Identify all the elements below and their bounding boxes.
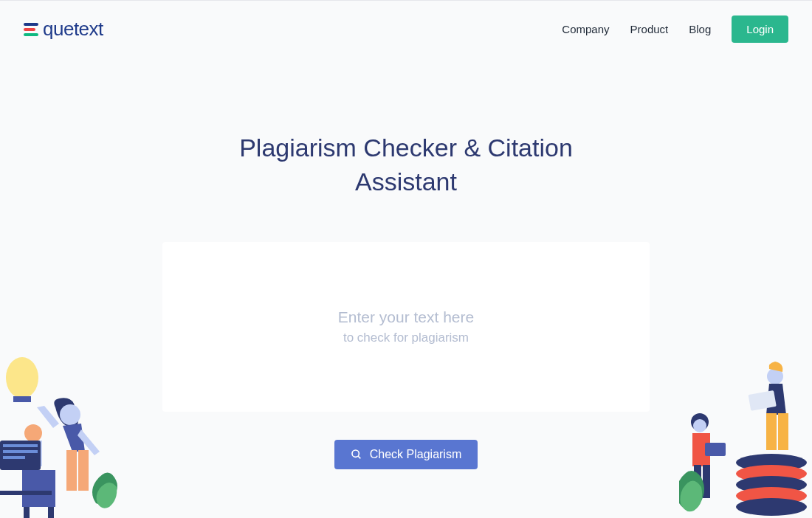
login-button[interactable]: Login: [732, 15, 788, 43]
svg-rect-14: [24, 507, 30, 518]
text-input-area[interactable]: Enter your text here to check for plagia…: [162, 242, 650, 412]
svg-rect-13: [22, 470, 55, 507]
main-nav: Company Product Blog Login: [562, 15, 788, 43]
placeholder-line-2: to check for plagiarism: [343, 331, 469, 345]
page-title: Plagiarism Checker & Citation Assistant: [221, 131, 591, 199]
logo[interactable]: quetext: [24, 18, 103, 41]
svg-rect-5: [66, 450, 77, 491]
svg-line-1: [358, 456, 360, 458]
header: quetext Company Product Blog Login: [0, 1, 812, 58]
svg-point-27: [693, 419, 706, 432]
decorative-illustration-right: [679, 356, 812, 518]
logo-text: quetext: [43, 18, 103, 41]
svg-rect-3: [13, 396, 31, 402]
svg-rect-15: [48, 507, 54, 518]
nav-blog[interactable]: Blog: [689, 23, 711, 35]
svg-rect-31: [705, 443, 726, 456]
svg-rect-23: [766, 413, 777, 450]
search-icon: [351, 449, 362, 460]
svg-rect-10: [3, 444, 38, 447]
svg-point-4: [60, 404, 80, 425]
svg-rect-12: [3, 456, 25, 459]
svg-point-21: [736, 498, 807, 516]
svg-point-2: [6, 357, 38, 398]
nav-product[interactable]: Product: [630, 23, 669, 35]
check-button-label: Check Plagiarism: [370, 448, 461, 461]
svg-rect-11: [3, 450, 38, 453]
placeholder-line-1: Enter your text here: [338, 308, 474, 326]
svg-rect-24: [778, 413, 788, 450]
check-plagiarism-button[interactable]: Check Plagiarism: [334, 440, 478, 469]
svg-point-7: [24, 424, 42, 442]
decorative-illustration-left: [0, 356, 133, 518]
svg-point-0: [352, 450, 359, 457]
svg-rect-16: [0, 491, 52, 495]
svg-rect-6: [78, 450, 89, 491]
logo-icon: [24, 23, 38, 36]
nav-company[interactable]: Company: [562, 23, 609, 35]
